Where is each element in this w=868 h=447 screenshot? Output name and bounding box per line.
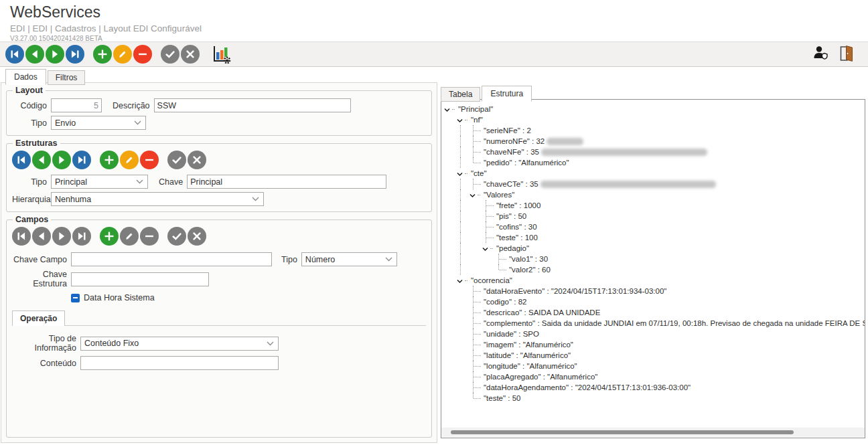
chave-label: Chave: [159, 177, 183, 187]
estruturas-first-button[interactable]: [12, 151, 31, 169]
estruturas-cancel-button[interactable]: [188, 151, 206, 169]
data-hora-sistema-checkbox[interactable]: [71, 294, 80, 302]
hierarquia-select[interactable]: Nenhuma: [51, 192, 264, 206]
tree-node[interactable]: "placaAgregado" : "Alfanumérico": [444, 371, 865, 382]
estruturas-add-button[interactable]: [100, 151, 119, 169]
horizontal-scrollbar[interactable]: [441, 428, 865, 437]
data-hora-sistema-label: Data Hora Sistema: [84, 293, 155, 302]
tipo-label: Tipo: [12, 118, 47, 128]
chave-campo-input[interactable]: [71, 252, 272, 266]
tree-node[interactable]: "longitude" : "Alfanumérico": [444, 361, 865, 371]
campos-delete-button[interactable]: [140, 227, 159, 246]
main-tabbar: Dados Filtros: [5, 69, 86, 85]
chave-input[interactable]: [187, 175, 386, 189]
estruturas-edit-button[interactable]: [120, 151, 139, 169]
tab-dados[interactable]: Dados: [5, 69, 46, 85]
cancel-button[interactable]: [181, 45, 200, 64]
previous-record-button[interactable]: [25, 45, 44, 64]
chave-estrutura-label: Chave Estrutura: [12, 270, 67, 288]
scrollbar-thumb[interactable]: [451, 430, 794, 434]
tree-node[interactable]: "teste" : 50: [444, 393, 865, 404]
campos-nav-buttons: [12, 227, 426, 246]
tree-node[interactable]: "pis" : 50: [444, 211, 865, 221]
tab-estrutura[interactable]: Estrutura: [482, 86, 532, 102]
toolbar-right: [812, 44, 868, 64]
tree-node[interactable]: "teste" : 100: [444, 232, 865, 243]
edit-record-button[interactable]: [113, 45, 132, 64]
chevron-down-icon: [252, 197, 259, 201]
tree-node[interactable]: "numeroNFe" : 32: [444, 136, 865, 147]
dados-panel: Layout Código Descrição Tipo Envio Estru…: [1, 82, 437, 443]
tree-node[interactable]: "dataHoraEvento" : "2024/04/15T17:13:01:…: [444, 286, 865, 296]
add-record-button[interactable]: [93, 45, 112, 64]
confirm-button[interactable]: [161, 45, 179, 64]
campo-tipo-select[interactable]: Número: [301, 252, 397, 266]
tree-node[interactable]: "Principal": [444, 104, 865, 114]
tree-node[interactable]: "unidade" : SPO: [444, 329, 865, 339]
campos-edit-button[interactable]: [120, 227, 139, 246]
tree-node[interactable]: "latitude" : "Alfanumérico": [444, 350, 865, 361]
campos-previous-button[interactable]: [32, 227, 51, 246]
first-record-button[interactable]: [5, 45, 24, 64]
expand-chevron-icon[interactable]: [457, 117, 463, 125]
tree-node[interactable]: "chaveCTe" : 35: [444, 179, 865, 189]
descricao-input[interactable]: [154, 98, 351, 112]
tree-node[interactable]: "serieNFe" : 2: [444, 125, 865, 136]
tree-node[interactable]: "pedido" : "Alfanumérico": [444, 157, 865, 168]
estruturas-last-button[interactable]: [72, 151, 91, 169]
tipo-informacao-label: Tipo de Informação: [12, 334, 76, 353]
estruturas-delete-button[interactable]: [140, 151, 159, 169]
tree-node[interactable]: "chaveNFe" : 35: [444, 147, 865, 157]
expand-chevron-icon[interactable]: [444, 106, 450, 114]
delete-record-button[interactable]: [133, 45, 152, 64]
campos-next-button[interactable]: [52, 227, 71, 246]
tree-node[interactable]: "valor2" : 60: [444, 264, 865, 275]
estrutura-tipo-select[interactable]: Principal: [51, 175, 148, 189]
tree-node[interactable]: "pedagio": [444, 243, 865, 254]
campos-first-button[interactable]: [12, 227, 31, 246]
tree-node[interactable]: "nf": [444, 114, 865, 125]
tipo-informacao-select[interactable]: Conteúdo Fixo: [80, 337, 279, 351]
tree-node[interactable]: "dataHoraAgendamento" : "2024/04/15T17:1…: [444, 382, 865, 393]
tree-node[interactable]: "imagem" : "Alfanumérico": [444, 339, 865, 350]
tipo-select[interactable]: Envio: [51, 116, 146, 130]
campos-add-button[interactable]: [100, 227, 119, 246]
tree-node[interactable]: "cofins" : 30: [444, 221, 865, 232]
codigo-input[interactable]: [51, 98, 102, 112]
campos-cancel-button[interactable]: [188, 227, 206, 246]
main-toolbar: [0, 41, 868, 67]
conteudo-label: Conteúdo: [12, 359, 76, 368]
tab-operacao[interactable]: Operação: [12, 310, 65, 326]
exit-door-icon[interactable]: [837, 44, 855, 64]
chart-settings-icon[interactable]: [210, 44, 233, 64]
tree-node[interactable]: "complemento" : Saida da unidade JUNDIAI…: [444, 318, 865, 329]
tree-node[interactable]: "valo1" : 30: [444, 254, 865, 264]
chave-estrutura-input[interactable]: [71, 272, 209, 286]
tab-filtros[interactable]: Filtros: [48, 70, 86, 85]
checkbox-dash-icon: [73, 297, 78, 298]
tree-node[interactable]: "codigo" : 82: [444, 296, 865, 307]
tree-node[interactable]: "Valores": [444, 189, 865, 200]
user-permissions-icon[interactable]: [812, 44, 829, 64]
estruturas-previous-button[interactable]: [32, 151, 51, 169]
campo-tipo-label: Tipo: [281, 255, 297, 264]
tree-node[interactable]: "cte": [444, 168, 865, 179]
campos-confirm-button[interactable]: [167, 227, 186, 246]
expand-chevron-icon[interactable]: [457, 171, 463, 179]
next-record-button[interactable]: [46, 45, 64, 64]
last-record-button[interactable]: [66, 45, 84, 64]
estruturas-confirm-button[interactable]: [167, 151, 186, 169]
estruturas-next-button[interactable]: [52, 151, 71, 169]
operacao-section: Operação Tipo de Informação Conteúdo Fix…: [12, 310, 426, 370]
tree-node[interactable]: "descricao" : SAIDA DA UNIDADE: [444, 307, 865, 318]
expand-chevron-icon[interactable]: [469, 192, 476, 200]
campos-last-button[interactable]: [72, 227, 91, 246]
chave-campo-label: Chave Campo: [12, 255, 67, 264]
conteudo-input[interactable]: [80, 356, 279, 370]
tree-node[interactable]: "ocorrencia": [444, 275, 865, 286]
expand-chevron-icon[interactable]: [457, 278, 463, 286]
expand-chevron-icon[interactable]: [482, 246, 488, 254]
tree-node[interactable]: "frete" : 1000: [444, 200, 865, 211]
estruturas-legend: Estruturas: [13, 139, 60, 148]
tab-tabela[interactable]: Tabela: [441, 87, 480, 102]
